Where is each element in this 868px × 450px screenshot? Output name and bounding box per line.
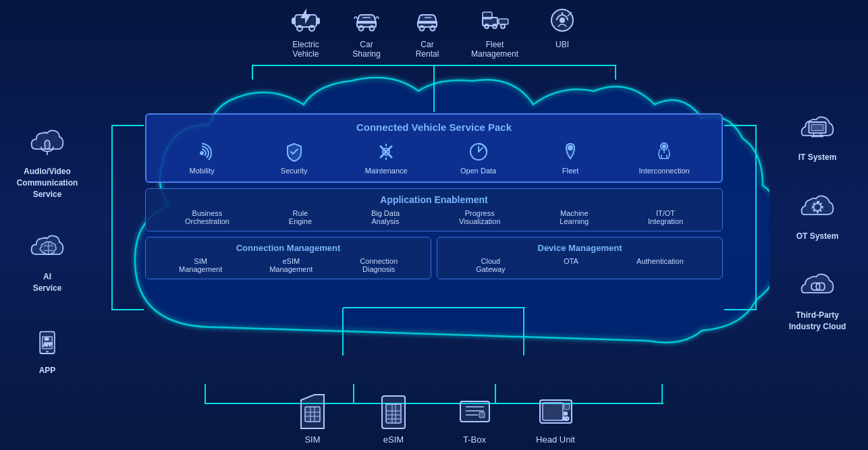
- ae-progress-viz: ProgressVisualization: [459, 209, 501, 225]
- svg-rect-37: [45, 140, 49, 149]
- ae-machine-learning: MachineLearning: [560, 209, 589, 225]
- service-ev-label: Electric Vehicle: [292, 40, 319, 59]
- third-party-label: Third-PartyIndustry Cloud: [789, 310, 846, 333]
- svg-point-26: [430, 26, 435, 31]
- head-unit-label: Head Unit: [536, 434, 575, 445]
- left-services: Audio/VideoCommunicationService AIServic…: [7, 121, 88, 376]
- svg-point-18: [297, 26, 302, 31]
- dm-cloud-gateway: CloudGateway: [476, 257, 505, 273]
- service-app: APP APP: [7, 321, 88, 376]
- dm-panel: Device Management CloudGateway OTA Authe…: [437, 237, 723, 279]
- service-electric-vehicle: Electric Vehicle: [289, 3, 323, 59]
- cvsp-open-data: Open Data: [455, 140, 502, 175]
- svg-rect-62: [305, 407, 320, 422]
- service-third-party: Third-PartyIndustry Cloud: [774, 265, 861, 333]
- ot-system-label: OT System: [796, 231, 839, 242]
- cvsp-security: Security: [271, 140, 318, 175]
- service-car-sharing-label: Car Sharing: [352, 40, 380, 59]
- svg-rect-68: [386, 404, 401, 423]
- svg-rect-74: [460, 401, 489, 422]
- ae-it-ot: IT/OTIntegration: [648, 209, 683, 225]
- svg-point-21: [358, 26, 363, 31]
- svg-line-60: [820, 203, 821, 204]
- service-fleet-management: Fleet Management: [471, 3, 518, 59]
- svg-line-58: [813, 203, 815, 204]
- app-label: APP: [39, 366, 56, 376]
- service-ot-system: OT System: [774, 187, 861, 242]
- service-ubi: UBI: [545, 3, 579, 59]
- cvsp-panel: Connected Vehicle Service Pack Mobility: [145, 113, 723, 183]
- top-services: Electric Vehicle Car Sharing: [289, 3, 579, 59]
- svg-line-61: [813, 210, 815, 211]
- svg-point-9: [568, 146, 572, 150]
- service-it-system: IT System: [774, 108, 861, 163]
- svg-point-36: [560, 18, 564, 22]
- svg-point-31: [493, 24, 497, 28]
- av-label: Audio/VideoCommunicationService: [17, 166, 78, 200]
- svg-point-30: [485, 24, 489, 28]
- dm-title: Device Management: [447, 243, 713, 253]
- cm-sim-mgmt: SIMManagement: [179, 257, 222, 273]
- ae-big-data: Big DataAnalysis: [371, 209, 400, 225]
- svg-rect-82: [564, 412, 567, 415]
- sim-label: SIM: [304, 434, 320, 445]
- tbox-label: T-Box: [463, 434, 486, 445]
- svg-line-59: [820, 210, 821, 211]
- svg-rect-44: [45, 338, 48, 341]
- cm-conn-diag: ConnectionDiagnosis: [360, 257, 398, 273]
- ae-business-orch: BusinessOrchestration: [185, 209, 229, 225]
- svg-rect-51: [811, 125, 823, 131]
- ae-panel: Application Enablement BusinessOrchestra…: [145, 188, 723, 231]
- ai-label: AIService: [33, 271, 62, 294]
- svg-point-0: [200, 152, 203, 154]
- hardware-esim: eSIM: [373, 393, 414, 445]
- cvsp-maintenance: Maintenance: [362, 140, 410, 175]
- service-car-sharing: Car Sharing: [350, 3, 383, 59]
- service-car-rental-label: Car Rental: [416, 40, 439, 59]
- svg-text:APP: APP: [44, 342, 53, 347]
- service-car-rental: Car Rental: [410, 3, 444, 59]
- svg-point-22: [369, 26, 374, 31]
- esim-label: eSIM: [383, 434, 404, 445]
- cm-panel: Connection Management SIMManagement eSIM…: [145, 237, 431, 279]
- svg-point-19: [309, 26, 315, 31]
- svg-rect-17: [317, 18, 319, 24]
- svg-point-25: [419, 26, 424, 31]
- service-audio-video: Audio/VideoCommunicationService: [7, 121, 88, 200]
- svg-rect-29: [483, 12, 492, 19]
- svg-text:AD: AD: [562, 416, 569, 421]
- bottom-hardware: SIM eSIM T-Box: [292, 393, 576, 445]
- cm-esim-mgmt: eSIMManagement: [269, 257, 313, 273]
- cvsp-interconnection: Interconnection: [639, 140, 689, 175]
- hardware-sim: SIM: [292, 393, 333, 445]
- svg-point-33: [501, 24, 505, 28]
- hardware-tbox: T-Box: [454, 393, 495, 445]
- svg-rect-80: [543, 403, 563, 420]
- svg-rect-78: [479, 412, 485, 418]
- dm-ota: OTA: [564, 257, 578, 273]
- cm-title: Connection Management: [155, 243, 421, 253]
- service-fleet-label: Fleet Management: [471, 40, 518, 59]
- cvsp-mobility: Mobility: [178, 140, 225, 175]
- svg-rect-16: [292, 18, 295, 24]
- dm-authentication: Authentication: [636, 257, 684, 273]
- cvsp-title: Connected Vehicle Service Pack: [156, 121, 712, 133]
- cvsp-fleet: Fleet: [547, 140, 594, 175]
- service-ubi-label: UBI: [555, 40, 569, 49]
- hardware-head-unit: AD Head Unit: [535, 393, 576, 445]
- ae-rule-engine: RuleEngine: [289, 209, 312, 225]
- ae-title: Application Enablement: [155, 194, 713, 205]
- svg-rect-81: [564, 404, 570, 410]
- service-ai: AIService: [7, 227, 88, 294]
- svg-point-14: [663, 145, 666, 148]
- svg-rect-32: [499, 19, 508, 24]
- it-system-label: IT System: [798, 152, 837, 163]
- right-services: IT System OT System: [774, 108, 861, 333]
